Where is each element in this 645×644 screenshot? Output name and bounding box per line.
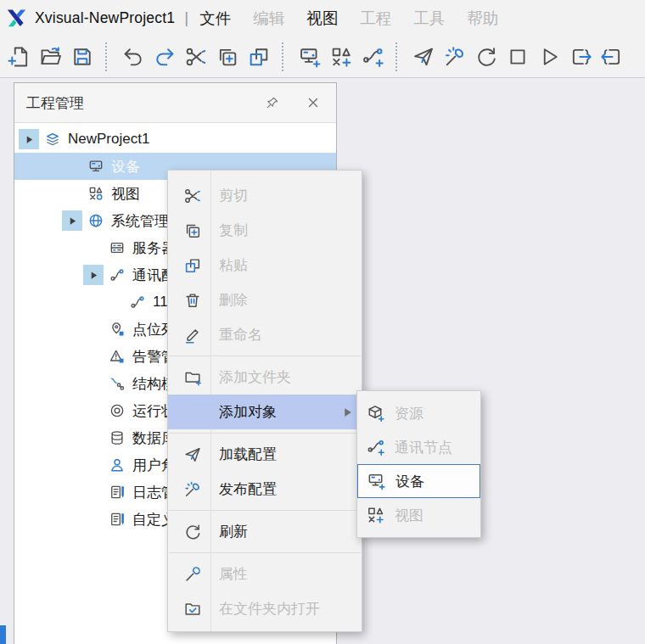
undo-button[interactable]: [117, 41, 149, 73]
box-arrow-right-icon: [569, 45, 592, 69]
expander-icon[interactable]: [19, 129, 39, 149]
copy-button[interactable]: [211, 41, 243, 73]
refresh-icon: [474, 45, 498, 69]
menu-bar: 文件 编辑 视图 工程 工具 帮助: [199, 8, 498, 29]
load-config-button[interactable]: [407, 41, 439, 73]
app-title: Xvisual-NewProject1: [35, 9, 175, 27]
magic-wand-icon: [183, 480, 202, 499]
menu-project[interactable]: 工程: [360, 8, 391, 29]
menu-item-label: 刷新: [219, 522, 248, 541]
context-menu-item-load-config[interactable]: 加载配置: [168, 437, 362, 472]
import-config-button[interactable]: [596, 41, 627, 73]
run-button[interactable]: [533, 41, 564, 73]
menu-item-label: 属性: [219, 564, 248, 584]
device-plus-icon: [298, 45, 322, 69]
window-edge-accent: [0, 625, 6, 644]
target-rings-icon: [109, 402, 126, 419]
paste-icon: [247, 45, 271, 69]
node-plus-icon: [366, 438, 385, 457]
publish-config-button[interactable]: [439, 41, 470, 73]
menu-tools[interactable]: 工具: [413, 8, 445, 29]
scissors-icon: [183, 187, 202, 205]
redo-button[interactable]: [149, 41, 180, 73]
undo-icon: [121, 45, 145, 69]
title-bar: Xvisual-NewProject1 | 文件 编辑 视图 工程 工具 帮助: [0, 0, 645, 36]
map-pin-icon: [109, 321, 126, 338]
submenu-item-resource[interactable]: 资源: [357, 396, 480, 430]
context-menu-item-add-object[interactable]: 添加对象: [168, 395, 362, 429]
toolbar-separator: [395, 42, 397, 71]
open-folder-icon: [39, 45, 63, 69]
add-view-button[interactable]: [325, 41, 356, 73]
user-icon: [109, 456, 126, 473]
menu-item-label: 资源: [395, 404, 423, 423]
submenu-item-comm-node[interactable]: 通讯节点: [357, 430, 480, 464]
paper-plane-icon: [183, 445, 202, 464]
context-menu-item-publish-config[interactable]: 发布配置: [168, 472, 362, 507]
tree-label: NewProject1: [68, 131, 149, 148]
menu-help[interactable]: 帮助: [467, 8, 498, 29]
app-logo-icon: [5, 7, 28, 30]
context-menu-item-paste[interactable]: 粘贴: [168, 248, 362, 283]
context-menu-item-open-in-folder[interactable]: 在文件夹内打开: [168, 591, 362, 626]
context-menu-item-cut[interactable]: 剪切: [168, 178, 362, 213]
log-book-icon: [109, 484, 126, 501]
menu-item-label: 视图: [395, 506, 423, 525]
folder-check-icon: [183, 600, 202, 619]
structure-nodes-icon: [109, 375, 126, 392]
submenu-arrow-icon: [342, 406, 353, 417]
new-project-button[interactable]: [3, 41, 35, 73]
globe-icon: [87, 212, 104, 229]
toolbar-separator: [282, 42, 283, 71]
main-toolbar: [0, 36, 645, 78]
tree-row-project[interactable]: NewProject1: [14, 126, 336, 153]
context-menu-item-refresh[interactable]: 刷新: [168, 514, 362, 549]
paste-button[interactable]: [243, 41, 274, 73]
tree-label: 系统管理: [111, 211, 169, 231]
refresh-button[interactable]: [470, 41, 502, 73]
menu-item-label: 复制: [219, 221, 248, 240]
context-menu-item-rename[interactable]: 重命名: [168, 317, 362, 352]
panel-title: 工程管理: [26, 93, 261, 113]
menu-item-label: 剪切: [219, 186, 248, 205]
pencil-icon: [183, 326, 202, 344]
panel-close-button[interactable]: [302, 92, 324, 114]
context-menu-item-add-folder[interactable]: 添加文件夹: [168, 360, 362, 395]
cut-button[interactable]: [180, 41, 211, 73]
tree-label: 设备: [111, 157, 140, 176]
add-device-button[interactable]: [294, 41, 325, 73]
panel-pin-button[interactable]: [261, 92, 283, 114]
expander-icon[interactable]: [62, 210, 82, 231]
export-config-button[interactable]: [564, 41, 596, 73]
open-project-button[interactable]: [35, 41, 66, 73]
menu-item-label: 发布配置: [219, 479, 277, 499]
context-menu-item-properties[interactable]: 属性: [168, 557, 362, 591]
save-button[interactable]: [66, 41, 98, 73]
add-comm-node-button[interactable]: [356, 41, 388, 73]
expander-icon[interactable]: [83, 265, 104, 285]
server-icon: [109, 239, 126, 256]
stop-button[interactable]: [502, 41, 533, 73]
project-layers-icon: [44, 131, 61, 148]
node-plus-icon: [361, 45, 384, 69]
menu-view[interactable]: 视图: [306, 8, 338, 29]
tree-label: 11: [153, 294, 168, 311]
menu-file[interactable]: 文件: [199, 8, 231, 29]
title-separator: |: [184, 8, 188, 27]
comm-flow-icon: [109, 266, 126, 283]
menu-item-label: 添加文件夹: [219, 367, 291, 387]
submenu-item-view[interactable]: 视图: [357, 498, 480, 532]
submenu-item-device[interactable]: 设备: [357, 464, 480, 498]
context-menu-item-delete[interactable]: 删除: [168, 283, 362, 317]
pin-icon: [265, 95, 280, 110]
paper-plane-icon: [412, 45, 435, 69]
menu-item-label: 删除: [219, 290, 248, 310]
magic-wand-icon: [443, 45, 467, 69]
menu-item-label: 添加对象: [219, 402, 277, 422]
menu-separator: [169, 356, 361, 356]
stop-square-icon: [506, 45, 530, 69]
play-icon: [537, 45, 561, 69]
context-menu-item-copy[interactable]: 复制: [168, 213, 362, 248]
menu-edit[interactable]: 编辑: [253, 8, 284, 29]
project-panel-header: 工程管理: [14, 83, 336, 123]
